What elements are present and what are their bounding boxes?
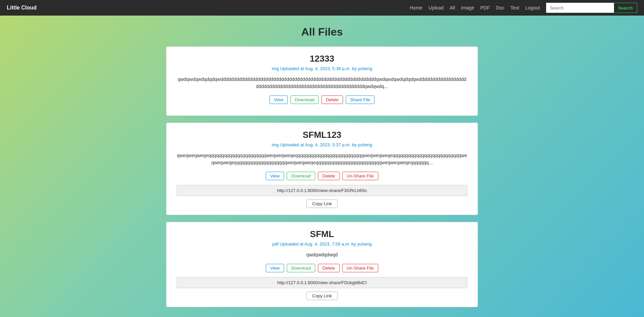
view-button-2[interactable]: View [266,172,284,180]
nav-link-text[interactable]: Text [510,5,519,10]
file-card-3: SFML pdf Uploaded at Aug. 4, 2023, 7:59 … [166,222,478,307]
file-name-2: SFML123 [177,130,467,140]
view-button-1[interactable]: View [269,96,288,104]
file-card-1: 12333 img Uploaded at Aug. 4, 2023, 5:38… [166,46,478,116]
view-button-3[interactable]: View [266,264,284,272]
file-name-1: 12333 [177,54,467,64]
file-meta-1: img Uploaded at Aug. 4, 2023, 5:38 p.m. … [177,66,467,71]
share-button-1[interactable]: Share File [346,96,375,104]
nav-link-upload[interactable]: Upload [428,5,443,10]
file-description-2: qweqweqweqeqqqqqqqqqqqqqqqqqqqqqqweqweqw… [177,152,467,166]
nav-link-all[interactable]: All [450,5,455,10]
share-link-box-2: http://127.0.0.1:8000/view-share/F3GRrLh… [177,185,467,196]
navbar-brand[interactable]: Little Cloud [7,5,37,11]
copy-link-button-3[interactable]: Copy Link [306,292,338,300]
file-meta-2: img Uploaded at Aug. 4, 2023, 5:37 p.m. … [177,142,467,147]
unshare-button-3[interactable]: Un-Share File [342,264,378,272]
download-button-2[interactable]: Download [287,172,315,180]
navbar: Little Cloud Home Upload All Image PDF D… [0,0,644,16]
download-button-1[interactable]: Download [290,96,319,104]
search-button[interactable]: Search [614,3,637,13]
main-content: All Files 12333 img Uploaded at Aug. 4, … [159,16,485,317]
nav-link-image[interactable]: Image [461,5,474,10]
file-description-3: qwdqwdqdwqd [177,251,467,258]
file-card-2: SFML123 img Uploaded at Aug. 4, 2023, 5:… [166,123,478,215]
nav-link-doc[interactable]: Doc [496,5,504,10]
copy-link-row-2: Copy Link [177,199,467,208]
download-button-3[interactable]: Download [287,264,315,272]
share-link-box-3: http://127.0.0.1:8000/view-share/FDobgbB… [177,277,467,288]
navbar-search: Search [546,3,637,13]
file-actions-1: View Download Delete Share File [177,96,467,104]
copy-link-button-2[interactable]: Copy Link [306,199,338,208]
copy-link-row-3: Copy Link [177,292,467,300]
file-description-1: qwdqwdqwdqdqdqwddddddddddddddddddddddddd… [177,76,467,90]
file-actions-2: View Download Delete Un-Share File [177,172,467,180]
delete-button-2[interactable]: Delete [318,172,340,180]
file-actions-3: View Download Delete Un-Share File [177,264,467,272]
nav-link-pdf[interactable]: PDF [480,5,490,10]
file-name-3: SFML [177,229,467,239]
search-input[interactable] [546,3,614,13]
page-title: All Files [166,26,478,38]
unshare-button-2[interactable]: Un-Share File [342,172,378,180]
navbar-links: Home Upload All Image PDF Doc Text Logou… [410,3,637,13]
delete-button-1[interactable]: Delete [321,96,343,104]
nav-link-home[interactable]: Home [410,5,422,10]
delete-button-3[interactable]: Delete [318,264,340,272]
file-meta-3: pdf Uploaded at Aug. 4, 2023, 7:59 a.m. … [177,241,467,247]
nav-link-logout[interactable]: Logout [525,5,540,10]
